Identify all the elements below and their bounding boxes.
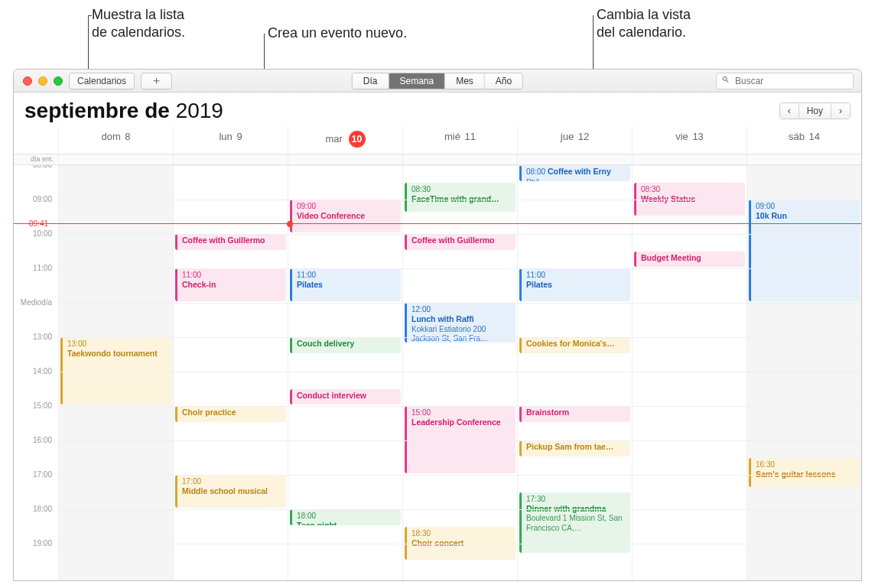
view-year[interactable]: Año bbox=[485, 73, 522, 89]
day-col-2[interactable]: 09:00Video Conference11:00PilatesCouch d… bbox=[288, 165, 402, 581]
day-number: 14 bbox=[809, 131, 820, 142]
event[interactable]: 17:30Dinner with grandmaBoulevard 1 Miss… bbox=[519, 492, 630, 553]
event[interactable]: 09:0010k Run bbox=[749, 200, 860, 301]
hour-label: 17:00 bbox=[14, 470, 58, 505]
weekday-header: dom 8lun 9mar 10mié 11jue 12vie 13sáb 14 bbox=[14, 126, 861, 154]
hour-label: 08:00 bbox=[14, 165, 58, 195]
event[interactable]: 09:00Video Conference bbox=[290, 200, 401, 232]
event[interactable]: Conduct interview bbox=[290, 389, 401, 405]
week-grid[interactable]: 08:0009:0010:0011:00Mediodía13:0014:0015… bbox=[14, 165, 861, 581]
callout-line bbox=[593, 15, 594, 69]
day-col-5[interactable]: 08:30Weekly StatusBudget Meeting bbox=[632, 165, 747, 581]
day-header-3[interactable]: mié 11 bbox=[402, 126, 517, 154]
event[interactable]: Couch delivery bbox=[290, 337, 401, 353]
event[interactable]: Coffee with Guillermo bbox=[175, 234, 286, 250]
view-day[interactable]: Día bbox=[353, 73, 389, 89]
hour-label: 15:00 bbox=[14, 401, 58, 436]
month-name: septiembre de bbox=[24, 99, 170, 122]
day-header-6[interactable]: sáb 14 bbox=[747, 126, 861, 154]
day-header-2[interactable]: mar 10 bbox=[288, 126, 402, 154]
callout-line bbox=[88, 15, 92, 16]
day-header-0[interactable]: dom 8 bbox=[58, 126, 173, 154]
dow: dom bbox=[101, 131, 120, 142]
allday-row: día ent. bbox=[14, 154, 861, 165]
dow: vie bbox=[675, 131, 688, 142]
day-header-1[interactable]: lun 9 bbox=[173, 126, 288, 154]
calendar-header: septiembre de 2019 ‹ Hoy › bbox=[14, 93, 861, 126]
view-month[interactable]: Mes bbox=[445, 73, 485, 89]
callout-calendars: Muestra la lista de calendarios. bbox=[92, 6, 185, 42]
current-time-indicator: 09:41 bbox=[14, 223, 861, 224]
day-header-5[interactable]: vie 13 bbox=[632, 126, 747, 154]
day-col-0[interactable]: 13:00Taekwondo tournament bbox=[58, 165, 173, 581]
day-number: 9 bbox=[236, 131, 242, 142]
add-event-button[interactable]: ＋ bbox=[141, 73, 172, 89]
hour-label: 11:00 bbox=[14, 264, 58, 298]
day-col-3[interactable]: 08:30FaceTime with grand…Coffee with Gui… bbox=[402, 165, 517, 581]
dow: jue bbox=[561, 131, 574, 142]
dow: sáb bbox=[789, 131, 805, 142]
hour-label: Mediodía bbox=[14, 298, 58, 333]
hour-label: 10:00 bbox=[14, 229, 58, 264]
event[interactable]: 08:30FaceTime with grand… bbox=[405, 183, 516, 213]
month-year: 2019 bbox=[170, 99, 223, 122]
callout-new-event: Crea un evento nuevo. bbox=[268, 24, 407, 42]
titlebar: Calendarios ＋ Día Semana Mes Año bbox=[14, 70, 861, 93]
event[interactable]: 13:00Taekwondo tournament bbox=[60, 337, 171, 404]
event[interactable]: Budget Meeting bbox=[634, 252, 745, 268]
today-button[interactable]: Hoy bbox=[799, 103, 831, 119]
day-number: 11 bbox=[465, 131, 476, 142]
callout-view: Cambia la vista del calendario. bbox=[597, 6, 691, 42]
close-icon[interactable] bbox=[23, 76, 32, 86]
nav-controls: ‹ Hoy › bbox=[779, 102, 851, 119]
month-title: septiembre de 2019 bbox=[24, 99, 223, 123]
event[interactable]: 11:00Pilates bbox=[519, 268, 630, 301]
event[interactable]: Brainstorm bbox=[519, 406, 630, 422]
search-input[interactable] bbox=[716, 73, 854, 89]
window-controls bbox=[20, 76, 63, 86]
hour-label: 16:00 bbox=[14, 436, 58, 470]
zoom-icon[interactable] bbox=[54, 76, 63, 86]
event[interactable]: Cookies for Monica's… bbox=[519, 337, 630, 353]
current-time-label: 09:41 bbox=[29, 219, 48, 228]
day-number: 13 bbox=[692, 131, 703, 142]
event[interactable]: Choir practice bbox=[175, 406, 286, 422]
dow: lun bbox=[219, 131, 232, 142]
event[interactable]: Pickup Sam from tae… bbox=[519, 440, 630, 456]
hour-label: 14:00 bbox=[14, 367, 58, 401]
day-col-4[interactable]: 08:00 Coffee with Erny Phil…11:00Pilates… bbox=[517, 165, 632, 581]
allday-label: día ent. bbox=[14, 154, 58, 164]
hour-label: 13:00 bbox=[14, 333, 58, 367]
event[interactable]: 18:00Taco night bbox=[290, 509, 401, 525]
event[interactable]: Coffee with Guillermo bbox=[405, 234, 516, 250]
day-header-4[interactable]: jue 12 bbox=[517, 126, 632, 154]
calendar-window: Calendarios ＋ Día Semana Mes Año septiem… bbox=[13, 69, 862, 581]
event[interactable]: 11:00Pilates bbox=[290, 268, 401, 301]
day-number: 8 bbox=[125, 131, 130, 142]
dow: mar bbox=[325, 133, 342, 145]
view-week[interactable]: Semana bbox=[389, 73, 445, 89]
day-number: 10 bbox=[349, 131, 366, 148]
hour-label: 19:00 bbox=[14, 539, 58, 573]
event[interactable]: 12:00Lunch with RaffiKokkari Estiatorio … bbox=[405, 303, 516, 343]
next-button[interactable]: › bbox=[831, 103, 850, 119]
day-col-6[interactable]: 09:0010k Run16:30Sam's guitar lessons bbox=[747, 165, 861, 581]
dow: mié bbox=[444, 131, 460, 142]
view-segmented: Día Semana Mes Año bbox=[352, 73, 523, 89]
hour-label: 18:00 bbox=[14, 505, 58, 539]
search-field[interactable] bbox=[716, 73, 854, 89]
day-number: 12 bbox=[578, 131, 589, 142]
event[interactable]: 15:00Leadership Conference bbox=[405, 406, 516, 473]
minimize-icon[interactable] bbox=[38, 76, 47, 86]
event[interactable]: 18:30Choir concert bbox=[405, 527, 516, 560]
event[interactable]: 08:00 Coffee with Erny Phil… bbox=[519, 165, 630, 181]
calendars-button[interactable]: Calendarios bbox=[69, 73, 135, 89]
event[interactable]: 17:00Middle school musical bbox=[175, 475, 286, 508]
day-col-1[interactable]: Coffee with Guillermo11:00Check-inChoir … bbox=[173, 165, 288, 581]
event[interactable]: 16:30Sam's guitar lessons bbox=[749, 458, 860, 488]
event[interactable]: 08:30Weekly Status bbox=[634, 183, 745, 216]
event[interactable]: 11:00Check-in bbox=[175, 268, 286, 301]
prev-button[interactable]: ‹ bbox=[780, 103, 799, 119]
